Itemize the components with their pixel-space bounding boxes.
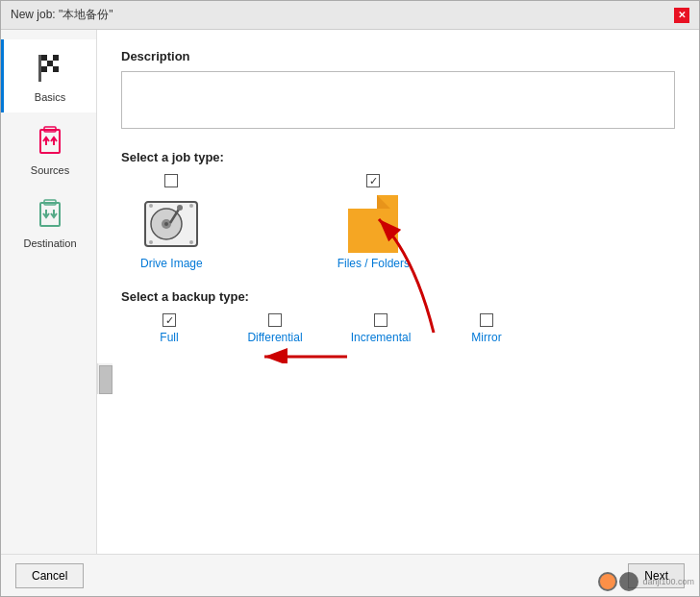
cancel-button[interactable]: Cancel [15,563,84,588]
watermark: danji100.com [598,572,694,591]
drive-image-checkbox[interactable] [164,174,178,187]
job-type-files-folders[interactable]: Files / Folders [338,174,410,270]
svg-marker-28 [348,195,398,253]
watermark-circle-2 [619,572,638,591]
basics-icon [31,49,69,87]
job-type-options: Drive Image [140,174,675,270]
footer-left: Cancel [15,563,84,588]
svg-point-25 [189,204,193,208]
backup-type-full[interactable]: Full [131,313,208,344]
svg-rect-8 [47,66,53,72]
incremental-checkbox[interactable] [374,313,388,327]
files-folders-label: Files / Folders [338,257,410,270]
files-folders-icon [344,195,402,253]
job-type-section: Select a job type: [121,150,675,270]
sources-label: Sources [31,164,69,176]
svg-rect-7 [41,66,47,72]
description-input[interactable] [121,71,675,129]
svg-point-23 [177,205,183,211]
content-wrapper: Description Select a job type: [97,30,699,554]
svg-point-26 [149,240,153,244]
mirror-checkbox[interactable] [480,313,493,327]
differential-label: Differential [247,331,302,344]
dialog-body: Basics Sources [1,30,699,554]
drive-image-icon [142,195,200,253]
svg-rect-2 [47,55,53,61]
window-title: New job: "本地备份" [11,7,113,23]
mirror-label: Mirror [471,331,501,344]
watermark-text: danji100.com [642,577,694,586]
full-label: Full [160,331,178,344]
sidebar: Basics Sources [1,30,97,554]
backup-type-section: Select a backup type: Full Differential [121,289,675,344]
dialog-window: New job: "本地备份" ✕ [0,0,700,597]
files-folders-checkbox[interactable] [366,174,380,187]
incremental-label: Incremental [351,331,412,344]
svg-rect-0 [38,55,41,82]
svg-rect-6 [53,61,59,66]
backup-type-label: Select a backup type: [121,289,675,304]
sidebar-item-destination[interactable]: Destination [1,186,96,259]
backup-type-differential[interactable]: Differential [237,313,313,344]
scroll-thumb[interactable] [99,365,112,394]
svg-rect-5 [47,61,53,66]
sidebar-item-basics[interactable]: Basics [1,39,96,112]
full-checkbox[interactable] [162,313,176,327]
svg-rect-3 [53,55,59,61]
svg-rect-4 [41,61,47,66]
svg-point-21 [164,222,168,226]
sources-icon [31,122,69,161]
svg-rect-9 [53,66,59,72]
job-type-drive-image[interactable]: Drive Image [140,174,203,270]
close-button[interactable]: ✕ [674,8,689,23]
backup-type-mirror[interactable]: Mirror [448,313,525,344]
dialog-footer: Cancel danji100.com Next [1,554,699,596]
backup-type-options: Full Differential Incremental [131,313,675,344]
drive-image-checkbox-row [164,174,178,187]
drive-image-label: Drive Image [140,257,203,270]
basics-label: Basics [35,91,65,103]
main-content: Description Select a job type: [97,30,699,363]
title-bar: New job: "本地备份" ✕ [1,1,699,30]
svg-point-27 [189,240,193,244]
files-folders-checkbox-row [366,174,380,187]
watermark-circle-1 [598,572,617,591]
footer-right: danji100.com Next [628,563,685,588]
job-type-label: Select a job type: [121,150,675,164]
destination-label: Destination [23,237,76,249]
destination-icon [31,195,69,234]
sidebar-item-sources[interactable]: Sources [1,112,96,186]
scrollbar[interactable] [97,363,112,394]
backup-type-incremental[interactable]: Incremental [342,313,419,344]
differential-checkbox[interactable] [268,313,282,327]
svg-point-24 [149,204,153,208]
description-label: Description [121,49,675,63]
watermark-circles [598,572,638,591]
svg-rect-1 [41,55,47,61]
